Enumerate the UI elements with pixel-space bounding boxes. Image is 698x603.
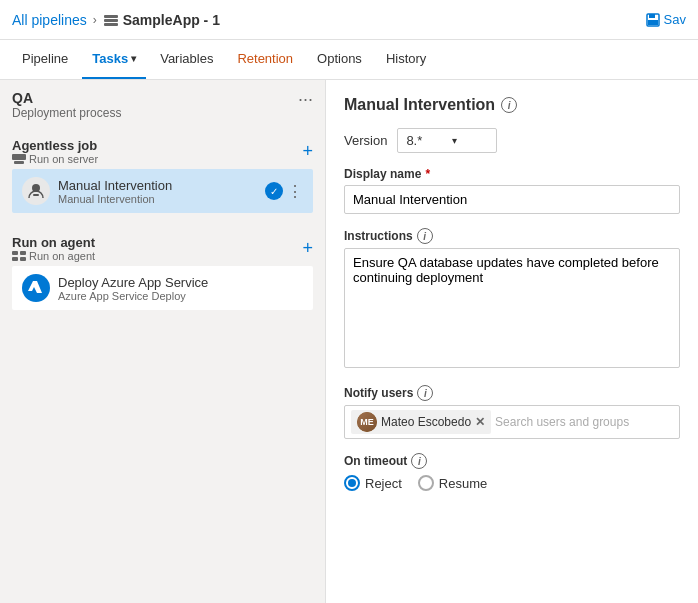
svg-rect-7 bbox=[14, 161, 24, 164]
agentless-job-group: Agentless job Run on server + bbox=[0, 130, 325, 219]
task-check-badge: ✓ bbox=[265, 182, 283, 200]
reject-label: Reject bbox=[365, 476, 402, 491]
user-chip: ME Mateo Escobedo ✕ bbox=[351, 410, 491, 434]
tab-retention[interactable]: Retention bbox=[227, 40, 303, 79]
display-name-field: Display name * bbox=[344, 167, 680, 214]
all-pipelines-link[interactable]: All pipelines bbox=[12, 12, 87, 28]
reject-radio-outer bbox=[344, 475, 360, 491]
save-icon bbox=[646, 13, 660, 27]
tab-variables[interactable]: Variables bbox=[150, 40, 223, 79]
reject-radio[interactable]: Reject bbox=[344, 475, 402, 491]
pipeline-title: SampleApp - 1 bbox=[103, 12, 220, 28]
svg-rect-4 bbox=[649, 14, 655, 18]
resume-label: Resume bbox=[439, 476, 487, 491]
svg-rect-9 bbox=[33, 194, 39, 196]
run-on-agent-header: Run on agent Run on agent + bbox=[12, 235, 313, 262]
person-icon bbox=[27, 182, 45, 200]
svg-rect-5 bbox=[648, 20, 658, 25]
azure-icon-wrap bbox=[22, 274, 50, 302]
main-layout: QA Deployment process ··· Agentless job … bbox=[0, 80, 698, 603]
svg-rect-10 bbox=[12, 251, 18, 255]
agentless-add-button[interactable]: + bbox=[302, 141, 313, 162]
resume-radio[interactable]: Resume bbox=[418, 475, 487, 491]
task-dots-menu[interactable]: ⋮ bbox=[287, 182, 303, 201]
tab-pipeline[interactable]: Pipeline bbox=[12, 40, 78, 79]
stage-menu-button[interactable]: ··· bbox=[298, 90, 313, 108]
breadcrumb-chevron: › bbox=[93, 13, 97, 27]
manual-intervention-name: Manual Intervention bbox=[58, 178, 257, 193]
notify-users-field: Notify users i ME Mateo Escobedo ✕ Searc… bbox=[344, 385, 680, 439]
instructions-label: Instructions i bbox=[344, 228, 680, 244]
deploy-azure-name: Deploy Azure App Service bbox=[58, 275, 303, 290]
resume-radio-outer bbox=[418, 475, 434, 491]
svg-rect-6 bbox=[12, 154, 26, 160]
timeout-options-row: Reject Resume bbox=[344, 475, 680, 491]
svg-rect-0 bbox=[104, 15, 118, 18]
agentless-title-area: Agentless job Run on server bbox=[12, 138, 98, 165]
nav-tabs: Pipeline Tasks ▾ Variables Retention Opt… bbox=[0, 40, 698, 80]
run-on-agent-group: Run on agent Run on agent + bbox=[0, 227, 325, 316]
tab-options[interactable]: Options bbox=[307, 40, 372, 79]
header: All pipelines › SampleApp - 1 Sav bbox=[0, 0, 698, 40]
user-remove-button[interactable]: ✕ bbox=[475, 415, 485, 429]
version-row: Version 8.* ▾ bbox=[344, 128, 680, 153]
instructions-textarea[interactable]: Ensure QA database updates have complete… bbox=[344, 248, 680, 368]
left-panel: QA Deployment process ··· Agentless job … bbox=[0, 80, 326, 603]
save-button[interactable]: Sav bbox=[646, 12, 686, 27]
on-timeout-label: On timeout i bbox=[344, 453, 680, 469]
required-star: * bbox=[425, 167, 430, 181]
manual-intervention-actions: ✓ ⋮ bbox=[265, 182, 303, 201]
deploy-azure-sub: Azure App Service Deploy bbox=[58, 290, 303, 302]
user-name: Mateo Escobedo bbox=[381, 415, 471, 429]
version-select[interactable]: 8.* ▾ bbox=[397, 128, 497, 153]
pipeline-icon bbox=[103, 12, 119, 28]
manual-intervention-icon-wrap bbox=[22, 177, 50, 205]
stage-sub: Deployment process bbox=[12, 106, 121, 120]
svg-rect-11 bbox=[20, 251, 26, 255]
manual-intervention-sub: Manual Intervention bbox=[58, 193, 257, 205]
svg-rect-13 bbox=[20, 257, 26, 261]
title-info-icon[interactable]: i bbox=[501, 97, 517, 113]
svg-rect-12 bbox=[12, 257, 18, 261]
on-timeout-field: On timeout i Reject Resume bbox=[344, 453, 680, 491]
run-on-agent-title-area: Run on agent Run on agent bbox=[12, 235, 95, 262]
run-on-agent-title: Run on agent bbox=[12, 235, 95, 250]
section-divider bbox=[0, 219, 325, 227]
svg-rect-1 bbox=[104, 19, 118, 22]
display-name-label: Display name * bbox=[344, 167, 680, 181]
version-label: Version bbox=[344, 133, 387, 148]
agentless-title: Agentless job bbox=[12, 138, 98, 153]
notify-users-row: ME Mateo Escobedo ✕ Search users and gro… bbox=[344, 405, 680, 439]
display-name-input[interactable] bbox=[344, 185, 680, 214]
agent-icon bbox=[12, 251, 26, 261]
stage-info: QA Deployment process bbox=[12, 90, 121, 120]
version-chevron: ▾ bbox=[452, 135, 457, 146]
version-value: 8.* bbox=[406, 133, 422, 148]
user-avatar: ME bbox=[357, 412, 377, 432]
svg-rect-2 bbox=[104, 23, 118, 26]
panel-title: Manual Intervention i bbox=[344, 96, 680, 114]
breadcrumb-area: All pipelines › SampleApp - 1 bbox=[12, 12, 220, 28]
notify-users-label: Notify users i bbox=[344, 385, 680, 401]
azure-icon bbox=[26, 278, 46, 298]
manual-intervention-info: Manual Intervention Manual Intervention bbox=[58, 178, 257, 205]
tab-tasks[interactable]: Tasks ▾ bbox=[82, 40, 146, 79]
deploy-azure-task[interactable]: Deploy Azure App Service Azure App Servi… bbox=[12, 266, 313, 310]
run-on-agent-sub: Run on agent bbox=[12, 250, 95, 262]
instructions-info-icon[interactable]: i bbox=[417, 228, 433, 244]
timeout-info-icon[interactable]: i bbox=[411, 453, 427, 469]
server-icon bbox=[12, 154, 26, 164]
stage-name: QA bbox=[12, 90, 121, 106]
reject-radio-inner bbox=[348, 479, 356, 487]
user-avatar-initials: ME bbox=[357, 412, 377, 432]
notify-info-icon[interactable]: i bbox=[417, 385, 433, 401]
instructions-field: Instructions i Ensure QA database update… bbox=[344, 228, 680, 371]
user-search-input[interactable]: Search users and groups bbox=[495, 415, 629, 429]
agentless-header: Agentless job Run on server + bbox=[12, 138, 313, 165]
manual-intervention-task[interactable]: Manual Intervention Manual Intervention … bbox=[12, 169, 313, 213]
tasks-dropdown-icon[interactable]: ▾ bbox=[131, 53, 136, 64]
agentless-sub: Run on server bbox=[12, 153, 98, 165]
deploy-azure-info: Deploy Azure App Service Azure App Servi… bbox=[58, 275, 303, 302]
run-on-agent-add-button[interactable]: + bbox=[302, 238, 313, 259]
tab-history[interactable]: History bbox=[376, 40, 436, 79]
